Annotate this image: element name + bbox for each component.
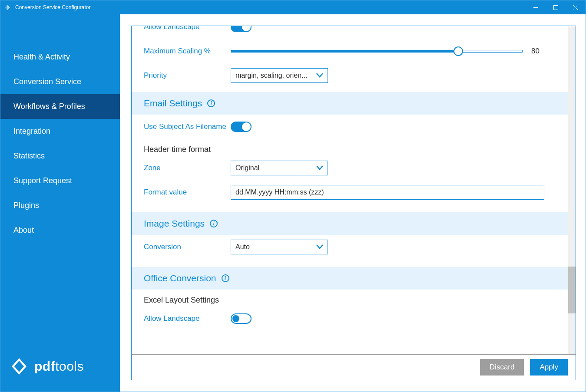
email-settings-header: Email Settings i (132, 92, 568, 115)
priority-value: margin, scaling, orien... (235, 72, 307, 79)
chevron-down-icon (316, 164, 323, 172)
vertical-scrollbar[interactable] (568, 26, 576, 354)
apply-button[interactable]: Apply (530, 359, 568, 376)
nav-conversion-service[interactable]: Conversion Service (0, 69, 120, 94)
nav-support-request[interactable]: Support Request (0, 168, 120, 193)
nav-health-activity[interactable]: Health & Activity (0, 45, 120, 69)
row-allow-landscape: Allow Landscape (132, 306, 568, 331)
chevron-down-icon (316, 243, 323, 251)
chevron-down-icon (316, 72, 323, 79)
max-scaling-value: 80 (531, 47, 544, 56)
info-icon[interactable]: i (210, 220, 218, 227)
nav: Health & Activity Conversion Service Wor… (0, 14, 120, 346)
allow-landscape-label: Allow Landscape (144, 314, 231, 323)
row-format-value: Format value dd.MM.yyyy HH:mm:ss (zzz) (132, 180, 568, 204)
use-subject-toggle[interactable] (231, 122, 252, 132)
header-time-format-heading: Header time format (132, 139, 568, 156)
maximize-button[interactable] (546, 0, 566, 14)
allow-landscape-toggle[interactable] (231, 313, 252, 324)
email-settings-title: Email Settings (144, 98, 202, 109)
nav-about[interactable]: About (0, 218, 120, 243)
row-max-scaling: Maximum Scaling % 80 (132, 39, 568, 63)
app-icon (0, 4, 14, 10)
zone-label: Zone (144, 164, 231, 172)
conversion-label: Conversion (144, 243, 231, 251)
zone-select[interactable]: Original (231, 161, 328, 175)
svg-rect-1 (553, 5, 558, 10)
window-title: Conversion Service Configurator (14, 4, 526, 10)
info-icon[interactable]: i (222, 274, 229, 282)
row-zone: Zone Original (132, 156, 568, 180)
scroll-inner: Allow Landscape Maximum Scaling % 80 (132, 26, 568, 354)
max-scaling-slider[interactable]: 80 (231, 47, 544, 56)
info-icon[interactable]: i (207, 99, 215, 107)
format-value-label: Format value (144, 188, 231, 197)
nav-integration[interactable]: Integration (0, 119, 120, 144)
office-conversion-header: Office Conversion i (132, 267, 568, 290)
image-settings-title: Image Settings (144, 218, 205, 229)
app-window: Conversion Service Configurator Health &… (0, 0, 586, 392)
use-subject-label: Use Subject As Filename (144, 122, 231, 131)
footer-actions: Discard Apply (131, 354, 576, 380)
nav-plugins[interactable]: Plugins (0, 193, 120, 218)
row-use-subject: Use Subject As Filename (132, 115, 568, 139)
row-priority: Priority margin, scaling, orien... (132, 63, 568, 88)
office-conversion-title: Office Conversion (144, 273, 216, 283)
scrollbar-thumb[interactable] (568, 267, 576, 313)
app-body: Health & Activity Conversion Service Wor… (0, 14, 586, 392)
nav-statistics[interactable]: Statistics (0, 144, 120, 168)
max-scaling-label: Maximum Scaling % (144, 47, 231, 56)
nav-workflows-profiles[interactable]: Workflows & Profiles (0, 94, 120, 119)
row-conversion: Conversion Auto (132, 235, 568, 259)
priority-label: Priority (144, 71, 231, 80)
priority-select[interactable]: margin, scaling, orien... (231, 68, 328, 83)
discard-button[interactable]: Discard (480, 359, 524, 376)
conversion-select[interactable]: Auto (231, 240, 328, 254)
minimize-button[interactable] (526, 0, 546, 14)
form-content: Allow Landscape Maximum Scaling % 80 (132, 26, 568, 331)
brand: pdftools (0, 346, 120, 392)
allow-landscape-top-label: Allow Landscape (144, 26, 231, 31)
brand-text: pdftools (34, 359, 84, 374)
main-panel: Allow Landscape Maximum Scaling % 80 (120, 14, 586, 392)
titlebar: Conversion Service Configurator (0, 0, 586, 14)
conversion-value: Auto (235, 243, 250, 251)
brand-icon (9, 356, 29, 376)
row-allow-landscape-top: Allow Landscape (132, 26, 568, 39)
excel-layout-heading: Excel Layout Settings (132, 290, 568, 306)
window-controls (526, 0, 586, 14)
format-value-input[interactable]: dd.MM.yyyy HH:mm:ss (zzz) (231, 185, 544, 200)
scroll-container: Allow Landscape Maximum Scaling % 80 (131, 26, 576, 355)
zone-value: Original (235, 164, 259, 172)
allow-landscape-top-toggle[interactable] (231, 26, 252, 32)
image-settings-header: Image Settings i (132, 212, 568, 235)
close-button[interactable] (566, 0, 586, 14)
sidebar: Health & Activity Conversion Service Wor… (0, 14, 120, 392)
